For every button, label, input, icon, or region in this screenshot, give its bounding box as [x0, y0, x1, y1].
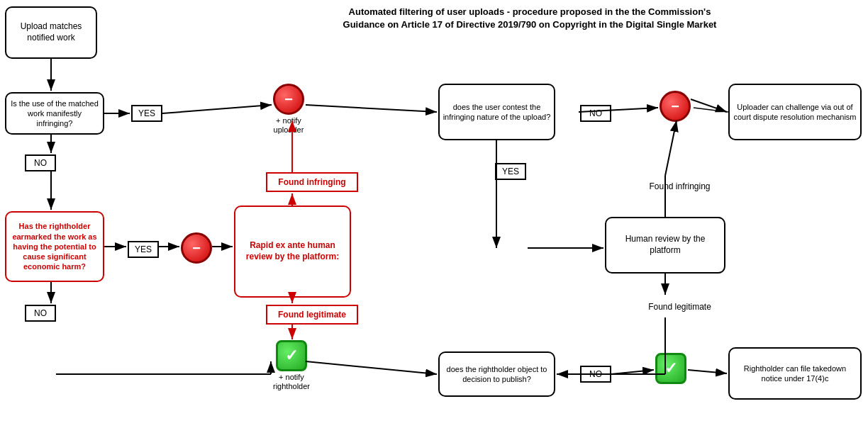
svg-line-28: [611, 370, 654, 374]
no4-label: NO: [580, 366, 611, 383]
yes2-label: YES: [128, 241, 159, 258]
q2-box: Has the rightholder earmarked the work a…: [5, 211, 104, 282]
svg-line-29: [688, 370, 727, 373]
q1-box: Is the use of the matched work manifestl…: [5, 92, 104, 135]
found-legitimate-2: Found legitimate: [632, 296, 728, 317]
upload-box: Upload matches notified work: [5, 6, 97, 59]
q3-box: does the user contest the infringing nat…: [438, 84, 555, 140]
yes1-label: YES: [131, 105, 162, 122]
green-check-2: ✓: [655, 353, 686, 384]
svg-line-4: [162, 105, 272, 113]
block-icon-green-1: ✓ + notify rightholder: [273, 340, 310, 391]
red-circle-1: −: [273, 84, 304, 115]
svg-line-18: [306, 361, 437, 374]
found-infringing-2: Found infringing: [632, 176, 728, 197]
svg-line-12: [306, 105, 437, 112]
notify-uploader-label: + notify uploader: [274, 116, 304, 135]
red-circle-3: −: [660, 91, 691, 122]
uploader-challenge-box: Uploader can challenge via out of court …: [728, 84, 862, 140]
found-infringing-1: Found infringing: [266, 172, 358, 192]
no3-label: NO: [580, 105, 611, 122]
svg-line-22: [691, 99, 727, 112]
notify-rightholder-label: + notify rightholder: [273, 373, 310, 391]
block-icon-green-2: ✓: [655, 353, 686, 384]
found-legitimate-1: Found legitimate: [266, 305, 358, 325]
human-review-box: Human review by the platform: [605, 217, 725, 274]
yes3-label: YES: [495, 163, 526, 180]
block-icon-1: − + notify uploader: [273, 84, 304, 135]
green-check-1: ✓: [276, 340, 307, 371]
svg-line-24: [665, 120, 677, 176]
rightholder-takedown-box: Rightholder can file takedown notice und…: [728, 347, 862, 400]
page-title: Automated filtering of user uploads - pr…: [199, 6, 861, 31]
red-circle-2: −: [181, 232, 212, 264]
block-icon-3: −: [660, 91, 691, 122]
svg-line-30: [694, 108, 728, 112]
block-icon-2: −: [181, 232, 212, 264]
no1-label: NO: [25, 154, 56, 171]
no2-label: NO: [25, 305, 56, 322]
rapid-review-box: Rapid ex ante human review by the platfo…: [234, 205, 351, 298]
q4-box: does the rightholder object to decision …: [438, 351, 555, 397]
